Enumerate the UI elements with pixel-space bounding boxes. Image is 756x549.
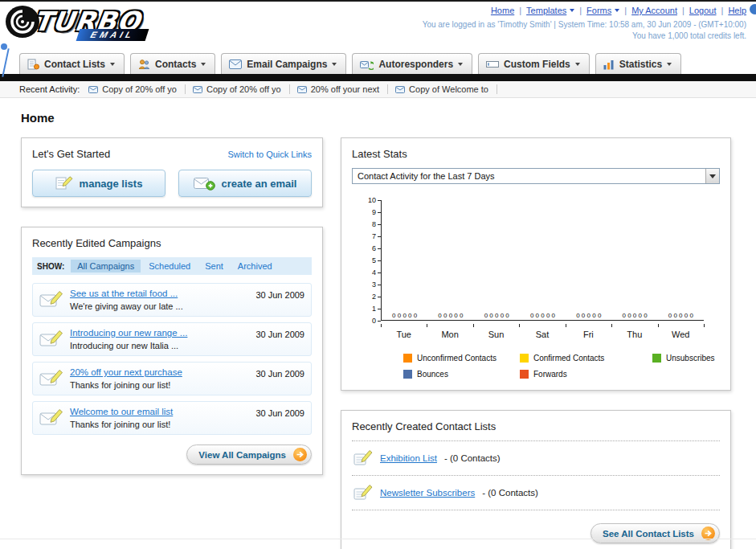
main-nav: Contact Lists Contacts Email Campaigns A… [0, 53, 756, 81]
caret-down-icon [201, 63, 206, 66]
right-arrow-icon [705, 530, 712, 537]
recent-activity-item[interactable]: Copy of 20% off yo [193, 84, 290, 94]
chart-value-labels-row: 0 0 0 0 0 0 0 0 0 0 0 0 0 0 0 0 0 0 0 0 … [382, 312, 704, 319]
y-axis-tick: 0 [363, 318, 381, 324]
chart-value-labels: 0 0 0 0 0 [474, 312, 520, 319]
edit-envelope-icon[interactable] [39, 369, 63, 388]
recent-activity-item[interactable]: Copy of 20% off yo [88, 84, 186, 94]
logo-subtext: EMAIL [76, 29, 149, 41]
campaign-row: 20% off your next purchase Thanks for jo… [32, 362, 312, 395]
chart-x-label: Tue [381, 330, 427, 339]
legend-swatch [520, 354, 529, 363]
x-tick-mark [611, 324, 612, 327]
campaign-title-link[interactable]: Welcome to our email list [70, 407, 249, 416]
nav-link-my-account[interactable]: My Account [631, 6, 677, 15]
y-axis-tick: 5 [363, 257, 381, 264]
pencil-list-icon [55, 176, 73, 191]
y-axis-tick: 10 [363, 197, 381, 203]
tab-label: Contact Lists [44, 59, 105, 70]
tab-contacts[interactable]: Contacts [130, 53, 215, 74]
nav-link-templates[interactable]: Templates [526, 6, 566, 15]
chart-value-labels: 0 0 0 0 0 [427, 312, 473, 319]
see-all-contact-lists-button[interactable]: See All Contact Lists [590, 523, 720, 543]
legend-swatch [403, 370, 412, 379]
recent-contact-lists-panel: Recently Created Contact Lists Exhibitio… [341, 410, 731, 549]
y-axis-tick: 8 [363, 221, 381, 227]
campaign-title-link[interactable]: Introducing our new range ... [70, 328, 249, 338]
tab-label: Autoresponders [378, 59, 453, 70]
contact-list-link[interactable]: Newsletter Subscribers [380, 488, 475, 498]
show-label: SHOW: [37, 262, 64, 271]
nav-link-forms[interactable]: Forms [586, 6, 611, 15]
separator [721, 6, 724, 15]
campaign-subtitle: Thanks for joining our list! [70, 420, 249, 429]
custom-fields-icon [486, 59, 499, 69]
tab-custom-fields[interactable]: Custom Fields [478, 53, 590, 74]
contact-list-count: - (0 Contacts) [444, 453, 501, 463]
chart-x-label: Sat [519, 330, 565, 339]
campaign-title-link[interactable]: See us at the retail food ... [70, 289, 249, 298]
manage-lists-button[interactable]: manage lists [32, 170, 166, 197]
recent-activity-text: Copy of Welcome to [409, 84, 488, 94]
edit-envelope-icon[interactable] [39, 408, 63, 428]
create-email-button[interactable]: create an email [178, 170, 312, 197]
recent-activity-item[interactable]: 20% off your next [297, 84, 388, 94]
campaign-date: 30 Jun 2009 [255, 330, 304, 339]
logo-text-wrap: TURBO EMAIL [34, 8, 141, 35]
y-axis-label: 9 [372, 209, 376, 216]
campaign-title-link[interactable]: 20% off your next purchase [70, 367, 249, 377]
legend-label: Forwards [533, 370, 567, 379]
edit-envelope-icon[interactable] [39, 330, 63, 349]
nav-link-logout[interactable]: Logout [689, 6, 717, 15]
app-logo: TURBO EMAIL [5, 5, 141, 39]
stats-period-select[interactable]: Contact Activity for the Last 7 Days [352, 168, 720, 184]
tab-email-campaigns[interactable]: Email Campaigns [221, 53, 346, 74]
header-right: Home Templates Forms My Account Logout H… [423, 6, 746, 40]
y-axis-label: 7 [372, 233, 376, 240]
app-window: TURBO EMAIL Home Templates Forms My Acco… [0, 0, 756, 549]
legend-item: Forwards [520, 370, 652, 379]
recent-activity-text: 20% off your next [311, 84, 379, 94]
filter-archived[interactable]: Archived [231, 260, 279, 272]
nav-link-help[interactable]: Help [728, 6, 746, 15]
legend-label: Confirmed Contacts [533, 354, 604, 363]
chart-legend: Unconfirmed Contacts Confirmed Contacts … [403, 354, 720, 379]
switch-to-quick-links-link[interactable]: Switch to Quick Links [227, 150, 312, 159]
contact-lists-icon [27, 59, 39, 70]
tab-autoresponders[interactable]: Autoresponders [352, 53, 472, 74]
view-all-campaigns-button[interactable]: View All Campaigns [186, 445, 312, 465]
x-tick-mark [658, 324, 659, 327]
tab-statistics[interactable]: Statistics [595, 53, 681, 74]
main-nav-tabs: Contact Lists Contacts Email Campaigns A… [0, 53, 756, 74]
y-axis-label: 6 [372, 245, 376, 252]
select-arrow-box [705, 169, 719, 183]
caret-down-icon [667, 63, 672, 66]
contact-list-link[interactable]: Exhibition List [380, 453, 437, 463]
recent-activity-item[interactable]: Copy of Welcome to [395, 84, 497, 94]
nav-link-home[interactable]: Home [491, 6, 514, 15]
contact-activity-chart: 10 9 8 7 6 5 4 3 2 1 0 [363, 200, 720, 379]
login-info: You are logged in as 'Timothy Smith' | S… [423, 20, 746, 29]
legend-item: Unconfirmed Contacts [403, 354, 520, 363]
y-axis-label: 8 [372, 221, 376, 228]
recent-activity-text: Copy of 20% off yo [102, 84, 177, 94]
legend-item: Bounces [403, 370, 520, 379]
edit-pencil-icon[interactable] [353, 484, 373, 502]
logo-tail-dot-decoration [1, 43, 7, 50]
right-column: Latest Stats Contact Activity for the La… [341, 137, 731, 549]
mail-icon [395, 86, 405, 93]
chart-value-labels: 0 0 0 0 0 [382, 312, 427, 319]
tab-contact-lists[interactable]: Contact Lists [19, 53, 125, 74]
tab-label: Custom Fields [504, 59, 570, 70]
x-tick-mark [473, 324, 474, 327]
legend-label: Bounces [417, 370, 448, 379]
edit-pencil-icon[interactable] [353, 449, 373, 467]
y-axis-tick: 4 [363, 269, 381, 276]
button-label: View All Campaigns [198, 450, 286, 460]
mail-icon [297, 86, 307, 93]
filter-scheduled[interactable]: Scheduled [142, 260, 197, 272]
filter-all-campaigns[interactable]: All Campaigns [71, 260, 141, 272]
filter-sent[interactable]: Sent [198, 260, 230, 272]
edit-envelope-icon[interactable] [39, 290, 63, 309]
recent-campaigns-panel: Recently Edited Campaigns SHOW: All Camp… [21, 227, 323, 475]
